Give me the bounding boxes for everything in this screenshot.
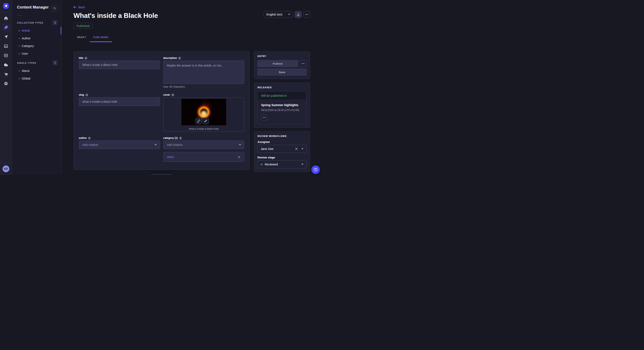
avatar[interactable]: KD: [2, 166, 9, 172]
cover-field-label: cover: [163, 93, 170, 96]
sidebar-item-about[interactable]: About: [12, 67, 61, 75]
locale-select[interactable]: English (en): [264, 11, 293, 18]
help-question-icon[interactable]: [311, 166, 320, 174]
sidebar-item-label: Category: [22, 44, 34, 48]
release-card: Will be published in Spring Summer highl…: [258, 91, 306, 124]
header-controls: English (en): [264, 11, 310, 18]
cover-asset-box: what-s-inside-a-black-hole: [163, 97, 244, 131]
chevron-down-icon: [301, 164, 304, 165]
content-type-builder-icon[interactable]: [2, 52, 10, 59]
globe-icon: [88, 137, 91, 140]
globe-icon: [178, 57, 181, 59]
chevron-down-icon: [239, 144, 241, 146]
description-textarea[interactable]: Maybe the answer is in this article, or …: [163, 61, 244, 84]
author-field-label: author: [79, 137, 87, 140]
releases-plane-icon[interactable]: [2, 33, 10, 41]
settings-gear-icon[interactable]: [2, 80, 10, 87]
author-placeholder: Add relation: [82, 143, 98, 147]
releases-panel: RELEASES Will be published in Spring Sum…: [254, 82, 310, 128]
edit-pencil-icon[interactable]: [202, 118, 209, 124]
bullet-icon: [19, 38, 20, 39]
release-status: Will be published in: [258, 91, 306, 100]
sidebar-item-author[interactable]: Author: [12, 34, 61, 42]
globe-icon: [179, 137, 182, 140]
release-more-options-button[interactable]: [261, 114, 268, 121]
single-types-label: SINGLE TYPES: [17, 62, 36, 64]
sidebar-item-article[interactable]: Article: [12, 27, 61, 34]
side-panels: ENTRY Publish Save RELEASES Will be publ…: [254, 51, 310, 172]
review-workflows-panel: REVIEW WORKFLOWS Assignee Jane Doe Revie…: [254, 131, 310, 172]
bullet-icon: [19, 45, 20, 47]
ellipsis-icon: [305, 14, 308, 15]
field-description: description Maybe the answer is in this …: [163, 57, 244, 88]
strapi-logo[interactable]: [3, 3, 9, 9]
link-icon[interactable]: [195, 118, 202, 124]
entry-panel: ENTRY Publish Save: [254, 51, 310, 79]
sidebar-item-user[interactable]: User: [12, 50, 61, 57]
slug-input[interactable]: [79, 97, 160, 106]
assignee-value: Jane Doe: [261, 147, 274, 151]
status-badge: Published: [74, 23, 93, 29]
description-field-label: description: [163, 57, 177, 59]
publish-button[interactable]: Publish: [258, 60, 298, 67]
chevron-down-icon: [288, 14, 290, 15]
subnav-divider: [17, 15, 22, 15]
cover-image-black-hole: [182, 99, 226, 125]
chevron-down-icon: [301, 148, 304, 150]
more-options-button[interactable]: [303, 11, 310, 18]
bullet-icon: [19, 70, 20, 71]
bullet-icon: [19, 53, 20, 54]
description-hint: max. 80 characters: [163, 85, 244, 88]
globe-icon: [172, 94, 174, 96]
content-manager-feather-icon[interactable]: [2, 24, 10, 31]
bullet-icon: [19, 30, 20, 31]
clear-assignee-icon[interactable]: [295, 148, 298, 150]
cover-filename: what-s-inside-a-black-hole: [189, 127, 219, 130]
globe-icon: [84, 57, 87, 59]
home-icon[interactable]: [2, 14, 10, 22]
search-icon[interactable]: [51, 5, 58, 11]
tab-draft[interactable]: DRAFT: [74, 36, 90, 42]
download-icon[interactable]: [295, 11, 302, 18]
subnav-title: Content Manager: [17, 5, 49, 9]
app-icon-rail: KD: [0, 0, 12, 175]
rail-divider-bottom: [0, 163, 12, 163]
stage-value: Reviewed: [265, 163, 278, 166]
strapi-logo-glyph: [4, 4, 8, 8]
tab-published[interactable]: PUBLISHED: [90, 36, 112, 42]
author-relation-select[interactable]: Add relation: [79, 141, 160, 149]
collection-types-label: COLLECTION TYPES: [17, 21, 43, 24]
category-relation-select[interactable]: Add relation: [163, 141, 244, 149]
entry-more-options-button[interactable]: [300, 60, 306, 67]
active-item-indicator: [61, 27, 61, 34]
save-button[interactable]: Save: [258, 69, 306, 75]
cloud-icon[interactable]: [2, 61, 10, 69]
single-types-count-badge: 2: [52, 60, 58, 65]
releases-panel-title: RELEASES: [258, 86, 306, 89]
remove-relation-icon[interactable]: [238, 156, 240, 158]
field-slug: slug: [79, 93, 160, 131]
title-field-label: title: [79, 57, 83, 59]
sidebar-item-global[interactable]: Global: [12, 75, 61, 82]
ellipsis-icon: [302, 63, 304, 64]
sidebar-item-label: Article: [22, 29, 30, 32]
sidebar-item-label: User: [22, 52, 28, 55]
assignee-combobox[interactable]: Jane Doe: [258, 145, 306, 153]
bottom-floating-bar: [150, 173, 173, 175]
relation-news-link[interactable]: news: [167, 155, 174, 159]
sidebar-item-category[interactable]: Category: [12, 42, 61, 50]
release-name: Spring Summer highlights: [261, 103, 303, 107]
single-types-section: SINGLE TYPES 2 About Global: [12, 60, 61, 82]
media-library-icon[interactable]: [2, 42, 10, 50]
field-cover: cover: [163, 93, 244, 131]
release-date: 09/11/2024 at 16:00 (UTC+02:00): [261, 109, 303, 112]
back-arrow-icon: [74, 6, 77, 8]
marketplace-cart-icon[interactable]: [2, 70, 10, 78]
entry-form-card: title description Maybe the answer is in…: [74, 51, 250, 170]
back-link[interactable]: Back: [74, 5, 85, 9]
assignee-label: Assignee: [258, 140, 306, 144]
stage-green-dot: [261, 164, 262, 166]
review-stage-select[interactable]: Reviewed: [258, 160, 306, 169]
draft-published-tabs: DRAFT PUBLISHED: [74, 36, 310, 42]
title-input[interactable]: [79, 61, 160, 69]
